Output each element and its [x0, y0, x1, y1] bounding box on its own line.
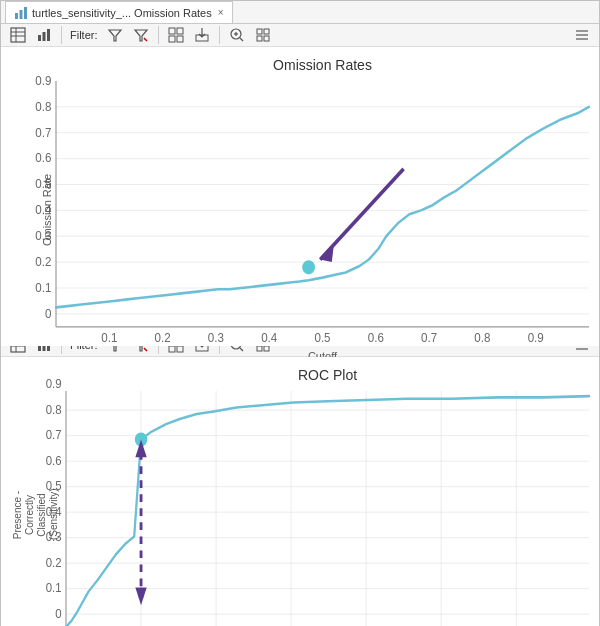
roc-chart-area: Presence - Correctly Classified (Sensiti… [66, 391, 589, 626]
svg-marker-62 [320, 243, 334, 262]
omission-toolbar: Filter: [1, 24, 599, 47]
filter-button-2[interactable] [130, 24, 152, 46]
svg-text:0.9: 0.9 [35, 73, 51, 88]
zoom-extent-icon [255, 27, 271, 43]
zoom-extent-button[interactable] [252, 24, 274, 46]
svg-rect-8 [43, 32, 46, 41]
roc-chart-svg: 0 0.1 0.2 0.3 0.4 0.5 0.6 0.7 0.8 0.9 0 … [66, 391, 589, 626]
svg-text:0.6: 0.6 [46, 453, 62, 468]
svg-point-60 [303, 261, 315, 274]
svg-text:0.7: 0.7 [35, 125, 51, 140]
omission-chart-area: Omission Rate 0 [56, 81, 589, 340]
svg-text:0.3: 0.3 [208, 331, 224, 346]
roc-chart-container: ROC Plot Presence - Correctly Classified… [1, 357, 599, 626]
svg-rect-70 [38, 345, 41, 351]
svg-rect-16 [177, 36, 183, 42]
bar-chart-icon [36, 27, 52, 43]
svg-line-75 [144, 348, 147, 351]
svg-rect-14 [177, 28, 183, 34]
svg-rect-13 [169, 28, 175, 34]
svg-text:0.1: 0.1 [101, 331, 117, 346]
svg-rect-9 [47, 29, 50, 41]
roc-y-axis-label: Presence - Correctly Classified (Sensiti… [12, 490, 60, 540]
zoom-in-button[interactable] [226, 24, 248, 46]
export-icon [194, 27, 210, 43]
table-icon [10, 27, 26, 43]
omission-tab-close[interactable]: × [218, 7, 224, 18]
svg-rect-79 [177, 346, 183, 352]
svg-line-12 [144, 38, 147, 41]
filter-icon [107, 27, 123, 43]
omission-y-axis-label: Omission Rate [41, 174, 53, 246]
app-wrapper: turtles_sensitivity_... Omission Rates × [0, 0, 600, 626]
top-tab-bar: turtles_sensitivity_... Omission Rates × [1, 1, 599, 24]
roc-plot-panel: turtles_sensitivity_...able - ROC Plot × [0, 310, 600, 626]
filter-label: Filter: [70, 29, 98, 41]
svg-rect-7 [38, 35, 41, 41]
svg-rect-23 [257, 29, 262, 34]
svg-line-22 [240, 38, 243, 41]
svg-rect-3 [11, 28, 25, 42]
svg-rect-2 [24, 7, 27, 19]
menu-icon [574, 27, 590, 43]
svg-text:0.2: 0.2 [46, 555, 62, 570]
svg-text:0.4: 0.4 [261, 331, 277, 346]
sep1 [61, 26, 62, 44]
svg-marker-10 [109, 30, 121, 41]
sep2 [158, 26, 159, 44]
omission-rates-panel: turtles_sensitivity_... Omission Rates × [0, 0, 600, 310]
chart-view-button[interactable] [33, 24, 55, 46]
sep3 [219, 26, 220, 44]
svg-text:0.6: 0.6 [35, 151, 51, 166]
svg-rect-25 [257, 36, 262, 41]
svg-text:0.6: 0.6 [368, 331, 384, 346]
svg-rect-26 [264, 36, 269, 41]
svg-text:0.9: 0.9 [46, 377, 62, 392]
svg-marker-130 [135, 587, 146, 605]
omission-rates-tab[interactable]: turtles_sensitivity_... Omission Rates × [5, 1, 233, 23]
omission-tab-label: turtles_sensitivity_... Omission Rates [32, 7, 212, 19]
zoom-in-icon [229, 27, 245, 43]
svg-text:0.5: 0.5 [314, 331, 330, 346]
menu-button[interactable] [571, 24, 593, 46]
grid-button[interactable] [165, 24, 187, 46]
export-button[interactable] [191, 24, 213, 46]
omission-chart-svg: 0 0.1 0.2 0.3 0.4 0.5 0.6 0.7 0.8 0.9 0.… [56, 81, 589, 340]
svg-rect-88 [257, 346, 262, 351]
chart-icon [14, 6, 28, 20]
svg-line-85 [240, 348, 243, 351]
svg-text:0.8: 0.8 [474, 331, 490, 346]
filter-button-1[interactable] [104, 24, 126, 46]
table-view-button[interactable] [7, 24, 29, 46]
svg-rect-0 [15, 13, 18, 19]
svg-text:0: 0 [45, 306, 52, 321]
svg-text:0.1: 0.1 [35, 280, 51, 295]
svg-rect-78 [169, 346, 175, 352]
svg-text:0.8: 0.8 [46, 402, 62, 417]
svg-text:0.8: 0.8 [35, 99, 51, 114]
svg-text:0: 0 [55, 606, 62, 621]
svg-text:0.9: 0.9 [528, 331, 544, 346]
roc-chart-title: ROC Plot [66, 367, 589, 383]
omission-chart-title: Omission Rates [56, 57, 589, 73]
svg-text:0.2: 0.2 [35, 254, 51, 269]
filter-clear-icon [133, 27, 149, 43]
svg-rect-1 [20, 10, 23, 19]
svg-text:0.7: 0.7 [46, 428, 62, 443]
svg-rect-15 [169, 36, 175, 42]
grid-icon [168, 27, 184, 43]
svg-text:0.1: 0.1 [46, 581, 62, 596]
svg-rect-24 [264, 29, 269, 34]
svg-rect-89 [264, 346, 269, 351]
svg-text:0.2: 0.2 [155, 331, 171, 346]
omission-chart-container: Omission Rates Omission Rate [1, 47, 599, 346]
svg-text:0.7: 0.7 [421, 331, 437, 346]
